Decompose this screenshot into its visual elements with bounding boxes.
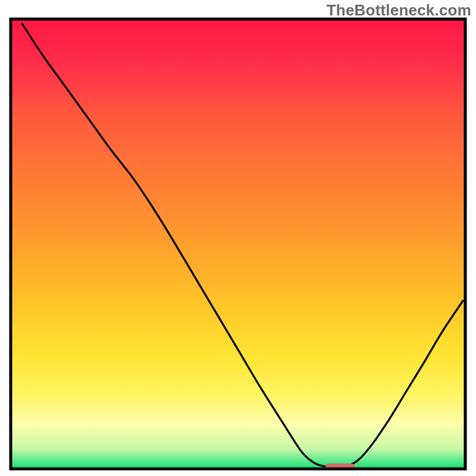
chart-container: TheBottleneck.com: [0, 0, 476, 476]
gradient-background: [11, 19, 465, 469]
plot-area: [11, 19, 465, 471]
watermark-text: TheBottleneck.com: [327, 1, 471, 20]
chart-svg: [0, 0, 476, 476]
